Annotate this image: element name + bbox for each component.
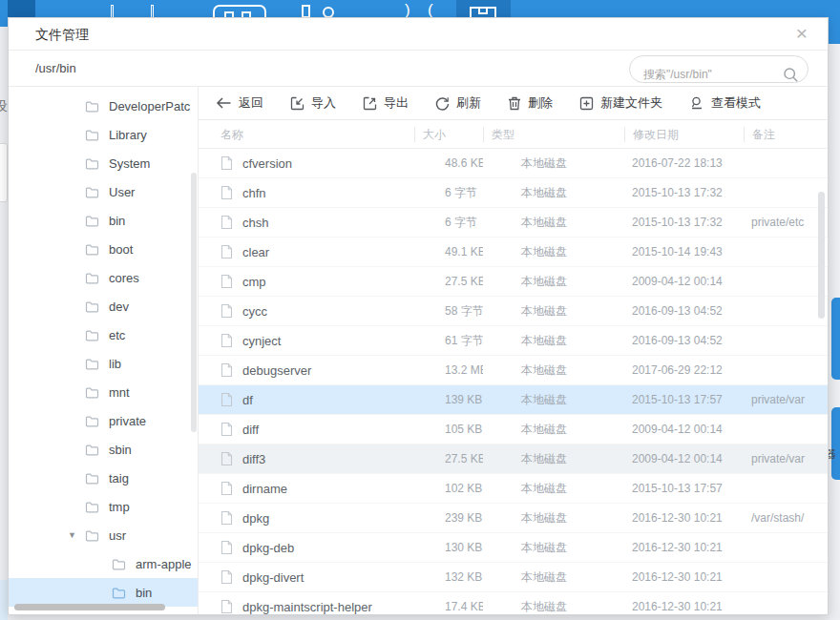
view-mode-button[interactable]: 查看模式 xyxy=(689,94,761,112)
tree-item-private[interactable]: private xyxy=(9,406,198,435)
table-row[interactable]: chfn 6 字节 本地磁盘 2015-10-13 17:32 xyxy=(199,178,828,208)
column-header-type[interactable]: 类型 xyxy=(483,127,624,142)
screen: ) ( 器 设 文件管理 × /usr/bin xyxy=(0,0,840,620)
topbar-tab-icon-2 xyxy=(151,5,154,17)
sidebar-horizontal-scrollbar[interactable] xyxy=(14,604,165,610)
tree-item-user[interactable]: User xyxy=(9,177,198,206)
tree-item-cores[interactable]: cores xyxy=(9,263,198,292)
tree-item-boot[interactable]: boot xyxy=(9,235,198,263)
tree-item-etc[interactable]: etc xyxy=(9,320,198,349)
folder-icon xyxy=(85,157,99,170)
tree-item-usr-bin[interactable]: bin xyxy=(9,578,198,607)
tree-item-label: dev xyxy=(109,300,129,314)
tree-item-library[interactable]: Library xyxy=(9,120,198,149)
tree-item-mnt[interactable]: mnt xyxy=(9,378,198,406)
folder-icon xyxy=(85,272,99,284)
table-row[interactable]: dirname 102 KB 本地磁盘 2015-10-13 17:57 xyxy=(199,474,828,504)
file-icon xyxy=(220,510,233,526)
table-row[interactable]: diff 105 KB 本地磁盘 2009-04-12 00:14 xyxy=(199,415,828,444)
sidebar-vertical-scrollbar[interactable] xyxy=(191,173,197,432)
file-list-panel: 返回 导入 导出 刷新 xyxy=(199,87,828,614)
tree-item-label: User xyxy=(109,185,135,199)
close-icon[interactable]: × xyxy=(789,18,814,51)
tree-item-lib[interactable]: lib xyxy=(9,349,198,378)
file-icon xyxy=(220,362,233,378)
refresh-button[interactable]: 刷新 xyxy=(435,94,481,112)
tree-item-taig[interactable]: taig xyxy=(9,464,198,492)
file-icon xyxy=(220,569,233,585)
table-row[interactable]: clear 49.1 KB 本地磁盘 2015-10-14 19:43 xyxy=(199,238,828,267)
folder-tree: DeveloperPatc Library System User bin xyxy=(9,87,199,614)
import-icon xyxy=(290,96,304,111)
table-row[interactable]: dpkg 239 KB 本地磁盘 2016-12-30 10:21 /var/s… xyxy=(199,504,828,533)
tree-item-arm-apple[interactable]: arm-apple xyxy=(9,549,198,578)
file-icon xyxy=(220,155,233,171)
table-row[interactable]: cmp 27.5 KB 本地磁盘 2009-04-12 00:14 xyxy=(199,267,828,297)
folder-icon xyxy=(85,444,99,456)
tree-item-usr[interactable]: ▼ usr xyxy=(9,521,198,549)
topbar-active-tab xyxy=(456,0,511,17)
folder-icon xyxy=(85,415,99,427)
file-icon xyxy=(220,422,233,437)
chevron-down-icon[interactable]: ▼ xyxy=(68,530,76,540)
toolbar: 返回 导入 导出 刷新 xyxy=(199,87,828,120)
view-mode-icon xyxy=(689,96,704,111)
folder-icon xyxy=(85,529,99,542)
delete-button[interactable]: 删除 xyxy=(508,94,553,112)
table-row[interactable]: dpkg-divert 132 KB 本地磁盘 2016-12-30 10:21 xyxy=(199,563,828,592)
tree-item-sbin[interactable]: sbin xyxy=(9,435,198,464)
back-button[interactable]: 返回 xyxy=(216,94,263,112)
table-row[interactable]: diff3 27.5 KB 本地磁盘 2009-04-12 00:14 priv… xyxy=(199,444,828,474)
file-icon xyxy=(220,392,233,407)
import-button[interactable]: 导入 xyxy=(290,94,336,112)
table-row[interactable]: cycc 58 字节 本地磁盘 2016-09-13 04:52 xyxy=(199,297,828,326)
tree-item-label: boot xyxy=(109,242,133,257)
file-icon xyxy=(220,244,233,259)
tree-item-label: usr xyxy=(109,528,126,543)
file-icon xyxy=(220,481,233,496)
table-row-selected[interactable]: df 139 KB 本地磁盘 2015-10-13 17:57 private/… xyxy=(199,385,828,415)
tree-item-developerpatc[interactable]: DeveloperPatc xyxy=(9,92,198,120)
folder-icon xyxy=(112,587,126,599)
tree-item-label: sbin xyxy=(109,443,132,457)
column-header-note[interactable]: 备注 xyxy=(744,127,828,142)
export-button[interactable]: 导出 xyxy=(363,94,409,112)
table-row[interactable]: cfversion 48.6 KB 本地磁盘 2016-07-22 18:13 xyxy=(199,149,828,178)
file-icon xyxy=(220,185,233,200)
tree-item-tmp[interactable]: tmp xyxy=(9,492,198,521)
column-header-date[interactable]: 修改日期 xyxy=(624,127,744,142)
tree-item-dev[interactable]: dev xyxy=(9,292,198,320)
tree-item-bin[interactable]: bin xyxy=(9,206,198,235)
file-icon xyxy=(220,540,233,555)
tree-item-label: mnt xyxy=(109,385,130,400)
background-left-blue xyxy=(0,580,8,620)
table-header: 名称 大小 类型 修改日期 备注 xyxy=(199,120,828,149)
table-row[interactable]: chsh 6 字节 本地磁盘 2015-10-13 17:32 private/… xyxy=(199,208,828,238)
file-list-scrollbar[interactable] xyxy=(818,192,825,319)
file-icon xyxy=(220,451,233,466)
tree-item-system[interactable]: System xyxy=(9,149,198,177)
tree-item-label: arm-apple xyxy=(136,557,192,571)
search-input[interactable] xyxy=(630,62,808,88)
topbar-device-icon xyxy=(213,5,266,17)
table-row[interactable]: dpkg-deb 130 KB 本地磁盘 2016-12-30 10:21 xyxy=(199,533,828,563)
file-rows: cfversion 48.6 KB 本地磁盘 2016-07-22 18:13 … xyxy=(199,149,828,614)
search-box[interactable] xyxy=(629,55,808,83)
dialog-title: 文件管理 xyxy=(35,27,89,42)
table-row[interactable]: dpkg-maintscript-helper 17.4 KB 本地磁盘 201… xyxy=(199,592,828,614)
folder-icon xyxy=(85,129,99,141)
table-row[interactable]: cynject 61 字节 本地磁盘 2016-09-13 04:52 xyxy=(199,326,828,356)
folder-icon xyxy=(85,386,99,399)
column-header-name[interactable]: 名称 xyxy=(199,127,414,142)
path-bar: /usr/bin xyxy=(9,51,828,87)
table-row[interactable]: debugserver 13.2 MB 本地磁盘 2017-06-29 22:1… xyxy=(199,356,828,385)
trash-icon xyxy=(508,96,521,111)
topbar-tab-icon-6: ( xyxy=(428,1,433,17)
tree-item-label: etc xyxy=(109,328,125,342)
background-right-button-1[interactable] xyxy=(831,298,840,380)
folder-icon xyxy=(85,358,99,370)
new-folder-button[interactable]: 新建文件夹 xyxy=(579,94,662,112)
column-header-size[interactable]: 大小 xyxy=(414,127,483,142)
topbar-tab-icon-5: ) xyxy=(405,1,410,17)
background-right-button-2[interactable] xyxy=(831,407,840,480)
